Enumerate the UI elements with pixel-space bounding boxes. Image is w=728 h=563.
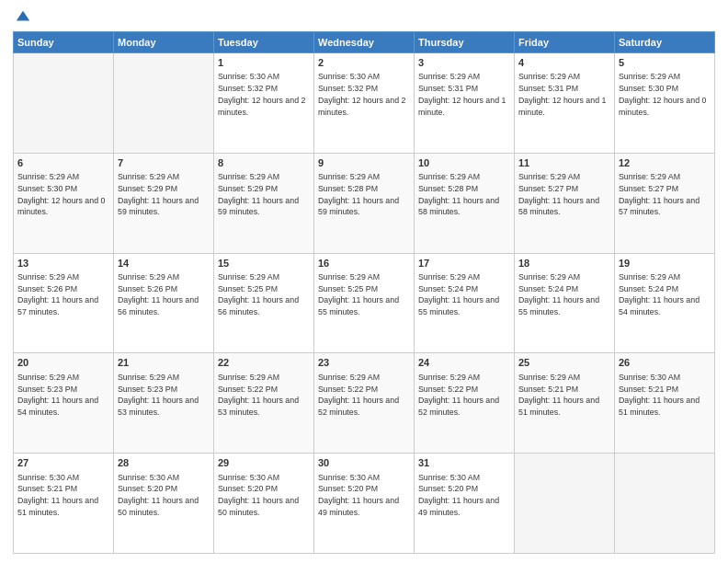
- day-number: 17: [418, 257, 510, 270]
- day-info: Sunrise: 5:29 AM Sunset: 5:27 PM Dayligh…: [619, 171, 711, 218]
- calendar-cell: 26Sunrise: 5:30 AM Sunset: 5:21 PM Dayli…: [615, 353, 715, 454]
- week-row-5: 27Sunrise: 5:30 AM Sunset: 5:21 PM Dayli…: [14, 454, 715, 554]
- day-info: Sunrise: 5:30 AM Sunset: 5:32 PM Dayligh…: [218, 71, 310, 118]
- calendar-cell: 12Sunrise: 5:29 AM Sunset: 5:27 PM Dayli…: [615, 153, 715, 253]
- day-info: Sunrise: 5:29 AM Sunset: 5:26 PM Dayligh…: [17, 271, 109, 318]
- day-number: 27: [17, 456, 109, 470]
- weekday-header-wednesday: Wednesday: [314, 32, 415, 53]
- calendar: SundayMondayTuesdayWednesdayThursdayFrid…: [13, 31, 715, 554]
- calendar-cell: 6Sunrise: 5:29 AM Sunset: 5:30 PM Daylig…: [14, 153, 114, 253]
- day-number: 7: [118, 156, 210, 170]
- day-number: 21: [118, 356, 210, 370]
- calendar-cell: 13Sunrise: 5:29 AM Sunset: 5:26 PM Dayli…: [14, 253, 114, 353]
- day-number: 9: [318, 156, 410, 170]
- day-info: Sunrise: 5:30 AM Sunset: 5:20 PM Dayligh…: [118, 472, 210, 519]
- weekday-header-row: SundayMondayTuesdayWednesdayThursdayFrid…: [14, 32, 715, 53]
- week-row-4: 20Sunrise: 5:29 AM Sunset: 5:23 PM Dayli…: [14, 353, 715, 454]
- day-number: 8: [218, 156, 310, 170]
- calendar-cell: 9Sunrise: 5:29 AM Sunset: 5:28 PM Daylig…: [314, 153, 415, 253]
- day-number: 28: [118, 456, 210, 470]
- calendar-cell: 25Sunrise: 5:29 AM Sunset: 5:21 PM Dayli…: [515, 353, 615, 454]
- calendar-cell: 7Sunrise: 5:29 AM Sunset: 5:29 PM Daylig…: [114, 153, 214, 253]
- day-info: Sunrise: 5:29 AM Sunset: 5:23 PM Dayligh…: [17, 372, 109, 419]
- day-number: 30: [318, 456, 410, 470]
- calendar-cell: 3Sunrise: 5:29 AM Sunset: 5:31 PM Daylig…: [415, 53, 515, 154]
- day-number: 26: [619, 356, 711, 370]
- week-row-3: 13Sunrise: 5:29 AM Sunset: 5:26 PM Dayli…: [14, 253, 715, 353]
- day-info: Sunrise: 5:29 AM Sunset: 5:28 PM Dayligh…: [418, 171, 510, 218]
- header: [13, 9, 715, 26]
- day-number: 12: [619, 156, 711, 170]
- day-info: Sunrise: 5:30 AM Sunset: 5:20 PM Dayligh…: [218, 472, 310, 519]
- day-number: 19: [619, 257, 711, 270]
- day-number: 10: [418, 156, 510, 170]
- day-info: Sunrise: 5:29 AM Sunset: 5:26 PM Dayligh…: [118, 271, 210, 318]
- page: SundayMondayTuesdayWednesdayThursdayFrid…: [0, 0, 728, 563]
- day-info: Sunrise: 5:30 AM Sunset: 5:32 PM Dayligh…: [318, 71, 410, 118]
- day-info: Sunrise: 5:29 AM Sunset: 5:25 PM Dayligh…: [218, 271, 310, 318]
- day-info: Sunrise: 5:29 AM Sunset: 5:22 PM Dayligh…: [218, 372, 310, 419]
- calendar-cell: 19Sunrise: 5:29 AM Sunset: 5:24 PM Dayli…: [615, 253, 715, 353]
- calendar-cell: 27Sunrise: 5:30 AM Sunset: 5:21 PM Dayli…: [14, 454, 114, 554]
- day-info: Sunrise: 5:29 AM Sunset: 5:24 PM Dayligh…: [418, 271, 510, 318]
- calendar-cell: 10Sunrise: 5:29 AM Sunset: 5:28 PM Dayli…: [415, 153, 515, 253]
- day-info: Sunrise: 5:29 AM Sunset: 5:25 PM Dayligh…: [318, 271, 410, 318]
- day-info: Sunrise: 5:30 AM Sunset: 5:20 PM Dayligh…: [418, 472, 510, 519]
- day-info: Sunrise: 5:29 AM Sunset: 5:28 PM Dayligh…: [318, 171, 410, 218]
- day-info: Sunrise: 5:29 AM Sunset: 5:31 PM Dayligh…: [418, 71, 510, 118]
- weekday-header-sunday: Sunday: [14, 32, 114, 53]
- day-number: 25: [518, 356, 610, 370]
- day-info: Sunrise: 5:30 AM Sunset: 5:20 PM Dayligh…: [318, 472, 410, 519]
- day-info: Sunrise: 5:29 AM Sunset: 5:24 PM Dayligh…: [619, 271, 711, 318]
- day-info: Sunrise: 5:29 AM Sunset: 5:29 PM Dayligh…: [218, 171, 310, 218]
- week-row-2: 6Sunrise: 5:29 AM Sunset: 5:30 PM Daylig…: [14, 153, 715, 253]
- calendar-cell: 2Sunrise: 5:30 AM Sunset: 5:32 PM Daylig…: [314, 53, 415, 154]
- calendar-cell: 29Sunrise: 5:30 AM Sunset: 5:20 PM Dayli…: [214, 454, 314, 554]
- calendar-cell: 15Sunrise: 5:29 AM Sunset: 5:25 PM Dayli…: [214, 253, 314, 353]
- logo-icon: [15, 9, 31, 26]
- day-number: 20: [17, 356, 109, 370]
- calendar-cell: 31Sunrise: 5:30 AM Sunset: 5:20 PM Dayli…: [415, 454, 515, 554]
- calendar-cell: 18Sunrise: 5:29 AM Sunset: 5:24 PM Dayli…: [515, 253, 615, 353]
- day-number: 4: [518, 56, 610, 70]
- calendar-cell: 30Sunrise: 5:30 AM Sunset: 5:20 PM Dayli…: [314, 454, 415, 554]
- calendar-cell: 14Sunrise: 5:29 AM Sunset: 5:26 PM Dayli…: [114, 253, 214, 353]
- day-info: Sunrise: 5:29 AM Sunset: 5:23 PM Dayligh…: [118, 372, 210, 419]
- calendar-cell: 5Sunrise: 5:29 AM Sunset: 5:30 PM Daylig…: [615, 53, 715, 154]
- day-info: Sunrise: 5:29 AM Sunset: 5:31 PM Dayligh…: [518, 71, 610, 118]
- calendar-cell: [615, 454, 715, 554]
- day-number: 2: [318, 56, 410, 70]
- day-info: Sunrise: 5:29 AM Sunset: 5:24 PM Dayligh…: [518, 271, 610, 318]
- calendar-cell: 24Sunrise: 5:29 AM Sunset: 5:22 PM Dayli…: [415, 353, 515, 454]
- day-info: Sunrise: 5:30 AM Sunset: 5:21 PM Dayligh…: [619, 372, 711, 419]
- day-number: 3: [418, 56, 510, 70]
- day-number: 1: [218, 56, 310, 70]
- day-info: Sunrise: 5:29 AM Sunset: 5:22 PM Dayligh…: [418, 372, 510, 419]
- day-number: 22: [218, 356, 310, 370]
- day-number: 18: [518, 257, 610, 270]
- calendar-cell: 22Sunrise: 5:29 AM Sunset: 5:22 PM Dayli…: [214, 353, 314, 454]
- calendar-cell: 8Sunrise: 5:29 AM Sunset: 5:29 PM Daylig…: [214, 153, 314, 253]
- weekday-header-saturday: Saturday: [615, 32, 715, 53]
- day-info: Sunrise: 5:29 AM Sunset: 5:27 PM Dayligh…: [518, 171, 610, 218]
- week-row-1: 1Sunrise: 5:30 AM Sunset: 5:32 PM Daylig…: [14, 53, 715, 154]
- day-info: Sunrise: 5:30 AM Sunset: 5:21 PM Dayligh…: [17, 472, 109, 519]
- day-info: Sunrise: 5:29 AM Sunset: 5:21 PM Dayligh…: [518, 372, 610, 419]
- day-number: 29: [218, 456, 310, 470]
- day-info: Sunrise: 5:29 AM Sunset: 5:29 PM Dayligh…: [118, 171, 210, 218]
- day-info: Sunrise: 5:29 AM Sunset: 5:30 PM Dayligh…: [17, 171, 109, 218]
- day-number: 31: [418, 456, 510, 470]
- calendar-cell: 17Sunrise: 5:29 AM Sunset: 5:24 PM Dayli…: [415, 253, 515, 353]
- day-number: 14: [118, 257, 210, 270]
- day-number: 5: [619, 56, 711, 70]
- day-number: 6: [17, 156, 109, 170]
- svg-marker-0: [17, 11, 29, 21]
- calendar-cell: [114, 53, 214, 154]
- calendar-cell: [515, 454, 615, 554]
- calendar-cell: 4Sunrise: 5:29 AM Sunset: 5:31 PM Daylig…: [515, 53, 615, 154]
- day-number: 24: [418, 356, 510, 370]
- calendar-cell: 16Sunrise: 5:29 AM Sunset: 5:25 PM Dayli…: [314, 253, 415, 353]
- day-number: 11: [518, 156, 610, 170]
- calendar-cell: 28Sunrise: 5:30 AM Sunset: 5:20 PM Dayli…: [114, 454, 214, 554]
- weekday-header-friday: Friday: [515, 32, 615, 53]
